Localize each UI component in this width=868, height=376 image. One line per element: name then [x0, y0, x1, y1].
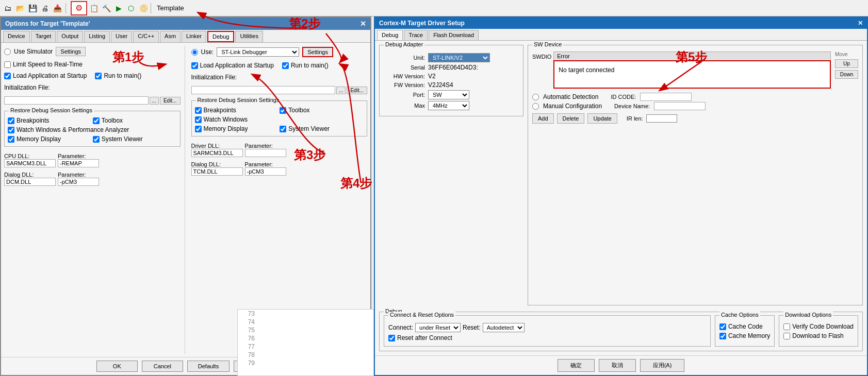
tab-target[interactable]: Target: [31, 31, 56, 42]
limit-speed-checkbox[interactable]: [4, 61, 11, 68]
init-edit-button[interactable]: Edit...: [160, 97, 181, 105]
build-icon[interactable]: 🔨: [101, 3, 112, 14]
cortex-ok-button[interactable]: 确定: [558, 359, 595, 372]
cache-memory-checkbox[interactable]: [719, 333, 726, 339]
copy-icon[interactable]: 📋: [88, 3, 100, 14]
add-button[interactable]: Add: [532, 113, 554, 124]
init-file-input[interactable]: [4, 96, 149, 105]
simulator-settings-button[interactable]: Settings: [56, 47, 86, 56]
device-name-input[interactable]: [654, 102, 706, 110]
breakpoints-label: Breakpoints: [17, 117, 49, 124]
reset-after-connect-checkbox[interactable]: [388, 335, 395, 341]
connect-select[interactable]: under Reset: [415, 323, 461, 332]
right-dialog-param-col: Parameter:: [245, 161, 286, 176]
right-dialog-param-input[interactable]: [245, 167, 286, 176]
right-edit-button[interactable]: Edit...: [347, 87, 367, 94]
right-load-app-checkbox[interactable]: [191, 62, 198, 69]
cortex-title-bar: Cortex-M Target Driver Setup ✕: [375, 18, 867, 29]
right-breakpoints-checkbox[interactable]: [195, 107, 202, 114]
save-icon[interactable]: 💾: [27, 3, 38, 14]
system-viewer-row: System Viewer: [93, 135, 177, 143]
debugger-settings-button[interactable]: Settings: [302, 47, 333, 57]
port-select[interactable]: SW: [428, 90, 469, 99]
cache-code-checkbox[interactable]: [719, 323, 726, 330]
right-init-file-input[interactable]: [191, 86, 336, 94]
load-app-checkbox[interactable]: [4, 73, 11, 79]
tab-cpp[interactable]: C/C++: [133, 31, 159, 42]
debugger-select[interactable]: ST-Link Debugger: [217, 47, 299, 57]
memory-display-checkbox[interactable]: [8, 136, 14, 143]
right-dialog-dll-input[interactable]: [191, 167, 243, 176]
stop-icon[interactable]: ⬡: [125, 3, 137, 14]
breakpoints-checkbox[interactable]: [8, 117, 14, 124]
tab-listing[interactable]: Listing: [84, 31, 110, 42]
toolbar-separator-2: [151, 3, 151, 13]
right-toolbox-checkbox[interactable]: [280, 107, 286, 114]
dll-section-left: CPU DLL: Parameter: Dialog DLL:: [4, 153, 181, 186]
cortex-tab-flash[interactable]: Flash Download: [429, 30, 479, 40]
manual-config-radio[interactable]: [532, 103, 539, 110]
tab-output[interactable]: Output: [57, 31, 83, 42]
ok-button[interactable]: OK: [96, 361, 138, 372]
print-icon[interactable]: 🖨: [39, 3, 51, 14]
watch-windows-checkbox[interactable]: [8, 127, 14, 133]
tab-utilities[interactable]: Utilities: [235, 31, 263, 42]
dialog-dll-input[interactable]: [4, 178, 56, 186]
driver-dll-input[interactable]: [191, 149, 243, 157]
cancel-button[interactable]: Cancel: [142, 361, 183, 372]
verify-code-checkbox[interactable]: [783, 323, 790, 330]
use-debugger-radio[interactable]: [191, 49, 198, 56]
flash-icon[interactable]: 📀: [138, 3, 149, 14]
manual-config-label: Manual Configuration: [543, 102, 602, 110]
right-init-input-row: ... Edit...: [191, 86, 368, 94]
defaults-button[interactable]: Defaults: [187, 361, 230, 372]
right-watch-windows-checkbox[interactable]: [195, 116, 202, 123]
tab-linker[interactable]: Linker: [182, 31, 206, 42]
new-icon[interactable]: 🗂: [2, 3, 13, 14]
cortex-close-button[interactable]: ✕: [858, 20, 863, 27]
right-watch-windows-row: Watch Windows: [195, 116, 364, 123]
delete-button[interactable]: Delete: [557, 113, 585, 124]
dialog-param-input[interactable]: [58, 178, 99, 186]
system-viewer-checkbox[interactable]: [93, 136, 100, 143]
move-up-button[interactable]: Up: [835, 59, 858, 68]
reset-after-connect-row: Reset after Connect: [388, 334, 706, 341]
driver-dll-col: Driver DLL:: [191, 143, 243, 157]
right-system-viewer-checkbox[interactable]: [280, 126, 286, 132]
cache-code-row: Cache Code: [719, 323, 770, 330]
automatic-detection-radio[interactable]: [532, 94, 539, 100]
cortex-apply-button[interactable]: 应用(A): [640, 359, 685, 372]
tab-device[interactable]: Device: [3, 31, 30, 42]
run-to-main-checkbox[interactable]: [95, 73, 102, 79]
id-code-input[interactable]: [640, 93, 692, 101]
update-button[interactable]: Update: [587, 113, 617, 124]
move-down-button[interactable]: Down: [835, 70, 858, 79]
max-select[interactable]: 4MHz: [428, 101, 469, 110]
toolbox-checkbox[interactable]: [93, 117, 100, 124]
tab-asm[interactable]: Asm: [160, 31, 181, 42]
use-simulator-radio[interactable]: [4, 48, 11, 55]
open-icon[interactable]: 📂: [14, 3, 26, 14]
run-icon[interactable]: ▶: [113, 3, 124, 14]
ir-len-input[interactable]: [646, 114, 677, 123]
unit-select[interactable]: ST-LINK/V2: [428, 53, 490, 62]
right-memory-display-checkbox[interactable]: [195, 126, 202, 132]
cortex-tab-trace[interactable]: Trace: [404, 30, 428, 40]
right-dots-button[interactable]: ...: [336, 87, 346, 94]
cortex-tab-debug[interactable]: Debug: [377, 30, 403, 40]
options-close-button[interactable]: ✕: [360, 20, 366, 28]
driver-param-input[interactable]: [245, 149, 286, 157]
right-memory-display-label: Memory Display: [204, 125, 248, 132]
init-dots-button[interactable]: ...: [150, 97, 159, 105]
load-icon[interactable]: 📥: [52, 3, 63, 14]
right-run-to-main-checkbox[interactable]: [282, 62, 289, 69]
right-dialog-param-label: Parameter:: [245, 161, 286, 167]
tab-user[interactable]: User: [111, 31, 132, 42]
cortex-cancel-button[interactable]: 取消: [599, 359, 636, 372]
tab-debug[interactable]: Debug: [207, 31, 234, 42]
reset-select[interactable]: Autodetect: [483, 323, 525, 332]
cpu-param-input[interactable]: [58, 159, 99, 167]
download-flash-checkbox[interactable]: [783, 333, 790, 339]
cpu-dll-input[interactable]: [4, 159, 56, 167]
magic-button[interactable]: ⚙: [71, 1, 87, 15]
